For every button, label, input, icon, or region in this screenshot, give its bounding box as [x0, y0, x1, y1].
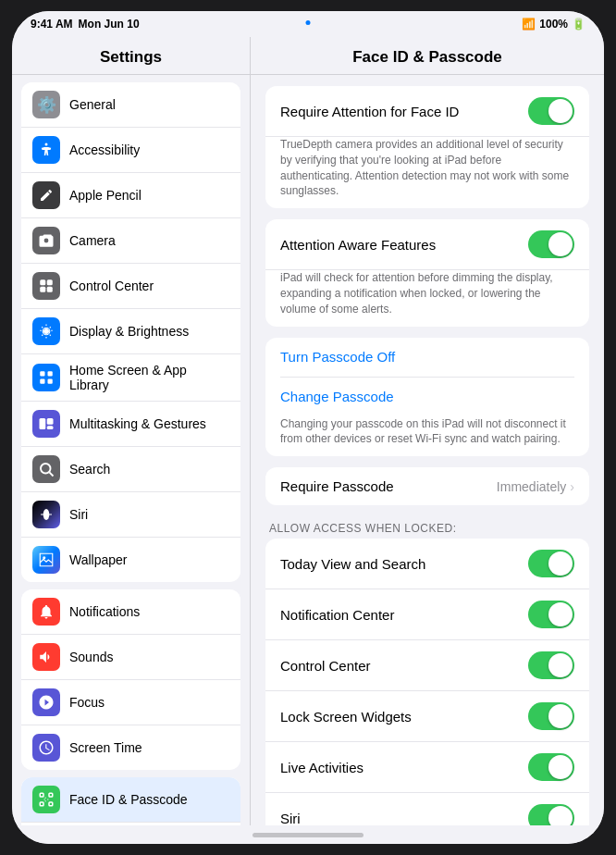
sidebar-item-sounds[interactable]: Sounds — [21, 635, 240, 680]
require-passcode-value: Immediately — [497, 479, 566, 494]
sidebar-label-focus: Focus — [69, 695, 105, 710]
status-right: 📶 100% 🔋 — [522, 18, 585, 31]
battery-icon: 🔋 — [572, 18, 585, 31]
screen-time-icon — [32, 734, 60, 762]
row-require-passcode[interactable]: Require Passcode Immediately › — [265, 467, 589, 505]
thumb-today-view — [548, 551, 573, 576]
face-id-icon — [32, 786, 60, 813]
thumb-notification-center — [548, 602, 573, 626]
thumb-lock-screen-widgets — [548, 704, 573, 728]
detail-content: Require Attention for Face ID TrueDepth … — [251, 75, 604, 825]
wallpaper-icon — [32, 546, 60, 574]
sidebar-label-general: General — [69, 97, 116, 112]
sidebar-item-camera[interactable]: Camera — [21, 218, 240, 264]
camera-icon — [32, 227, 60, 254]
svg-point-5 — [43, 328, 49, 334]
label-require-passcode: Require Passcode — [280, 478, 394, 494]
toggle-today-view[interactable] — [528, 550, 574, 577]
sidebar-label-control-center: Control Center — [69, 279, 154, 293]
toggle-lock-screen-widgets[interactable] — [528, 702, 574, 730]
wifi-icon: 📶 — [522, 18, 536, 31]
row-lock-screen-widgets: Lock Screen Widgets — [265, 691, 589, 742]
home-indicator — [12, 825, 604, 844]
card-require-passcode: Require Passcode Immediately › — [265, 467, 589, 505]
status-dot — [306, 20, 311, 25]
sidebar-label-apple-pencil: Apple Pencil — [69, 188, 142, 203]
sidebar-label-notifications: Notifications — [69, 604, 140, 619]
row-today-view: Today View and Search — [265, 539, 589, 589]
sidebar-item-focus[interactable]: Focus — [21, 680, 240, 725]
apple-pencil-icon — [32, 181, 60, 209]
sidebar-item-search[interactable]: Search — [21, 447, 240, 492]
sidebar-item-multitasking[interactable]: Multitasking & Gestures — [21, 402, 240, 447]
toggle-notification-center[interactable] — [528, 601, 574, 628]
svg-rect-11 — [47, 418, 54, 425]
sidebar-group-1: ⚙️ General Accessibility Apple Pencil — [21, 82, 240, 582]
svg-rect-10 — [40, 418, 46, 429]
sidebar-title: Settings — [12, 37, 250, 75]
card-require-attention: Require Attention for Face ID TrueDepth … — [265, 86, 589, 208]
label-change-passcode: Change Passcode — [280, 389, 394, 404]
notifications-icon — [32, 598, 60, 626]
card-allow-access: Today View and Search Notification Cente… — [265, 539, 589, 825]
toggle-attention-aware[interactable] — [528, 230, 574, 258]
row-require-attention: Require Attention for Face ID — [265, 86, 589, 137]
card-passcode-links: Turn Passcode Off Change Passcode Changi… — [265, 338, 589, 457]
sidebar-item-screen-time[interactable]: Screen Time — [21, 725, 240, 770]
sidebar-label-accessibility: Accessibility — [69, 142, 140, 157]
sidebar-item-siri[interactable]: Siri — [21, 492, 240, 538]
multitasking-icon — [32, 410, 60, 438]
svg-rect-6 — [40, 371, 44, 376]
svg-line-14 — [49, 472, 53, 476]
sidebar-item-general[interactable]: ⚙️ General — [21, 82, 240, 128]
toggle-control-center[interactable] — [528, 651, 574, 679]
svg-point-0 — [45, 143, 48, 146]
status-time: 9:41 AM — [31, 18, 73, 31]
svg-rect-7 — [48, 371, 53, 376]
thumb-siri — [548, 806, 573, 825]
thumb-live-activities — [548, 755, 573, 779]
svg-rect-2 — [47, 279, 53, 285]
main-area: Settings ⚙️ General Accessibility — [12, 37, 604, 825]
svg-rect-3 — [40, 287, 45, 292]
sidebar-scroll[interactable]: ⚙️ General Accessibility Apple Pencil — [12, 75, 250, 825]
desc-require-attention: TrueDepth camera provides an additional … — [265, 137, 589, 208]
siri-icon — [32, 501, 60, 528]
label-require-attention: Require Attention for Face ID — [280, 104, 459, 119]
sidebar-item-accessibility[interactable]: Accessibility — [21, 128, 240, 173]
toggle-thumb-attention-aware — [548, 232, 573, 256]
sidebar-label-home-screen: Home Screen & App Library — [69, 363, 229, 392]
label-live-activities: Live Activities — [280, 760, 363, 775]
toggle-siri[interactable] — [528, 804, 574, 825]
status-left: 9:41 AM Mon Jun 10 — [31, 18, 140, 31]
sidebar-label-wallpaper: Wallpaper — [69, 552, 128, 567]
sidebar-label-sounds: Sounds — [69, 650, 113, 664]
toggle-require-attention[interactable] — [528, 97, 574, 125]
sidebar-item-home-screen[interactable]: Home Screen & App Library — [21, 354, 240, 402]
row-turn-passcode-off[interactable]: Turn Passcode Off — [265, 338, 589, 377]
row-siri: Siri — [265, 793, 589, 825]
sidebar-group-3: Face ID & Passcode Privacy & Security — [21, 777, 240, 825]
desc-passcode: Changing your passcode on this iPad will… — [265, 416, 589, 457]
sidebar-item-wallpaper[interactable]: Wallpaper — [21, 538, 240, 582]
label-lock-screen-widgets: Lock Screen Widgets — [280, 709, 412, 725]
control-center-icon — [32, 272, 60, 300]
sidebar-item-notifications[interactable]: Notifications — [21, 589, 240, 635]
row-change-passcode[interactable]: Change Passcode — [265, 378, 589, 416]
row-live-activities: Live Activities — [265, 742, 589, 793]
svg-rect-4 — [47, 287, 53, 292]
row-control-center: Control Center — [265, 640, 589, 691]
sidebar-item-apple-pencil[interactable]: Apple Pencil — [21, 173, 240, 218]
sidebar-item-face-id[interactable]: Face ID & Passcode — [21, 777, 240, 823]
sidebar-label-siri: Siri — [69, 507, 88, 522]
sidebar-item-control-center[interactable]: Control Center — [21, 264, 240, 309]
home-screen-icon — [32, 364, 60, 391]
svg-rect-19 — [49, 793, 53, 797]
svg-rect-1 — [40, 279, 45, 285]
svg-rect-21 — [49, 802, 53, 806]
svg-point-13 — [41, 464, 51, 474]
sidebar-item-display-brightness[interactable]: Display & Brightness — [21, 309, 240, 354]
toggle-live-activities[interactable] — [528, 753, 574, 781]
label-today-view: Today View and Search — [280, 556, 425, 572]
search-icon — [32, 455, 60, 483]
